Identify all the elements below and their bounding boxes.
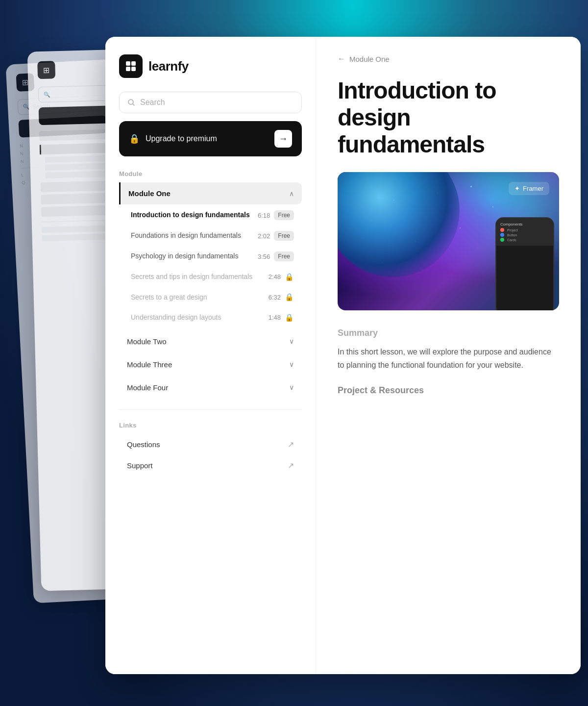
lesson-badge-1: Free (274, 231, 294, 241)
course-thumbnail: ✦ Framer Components Project Button (338, 172, 559, 311)
module-item-two[interactable]: Module Two ∨ (119, 330, 302, 353)
lesson-title-3: Secrets and tips in design fundamentals (131, 272, 269, 282)
back-arrow-icon: ← (338, 54, 345, 63)
lesson-duration-1: 2:02 (258, 232, 270, 240)
search-placeholder: Search (140, 98, 165, 107)
support-external-icon: ↗ (288, 461, 294, 470)
phone-mockup: Components Project Button Cards (495, 217, 554, 310)
back-label: Module One (349, 55, 390, 63)
module-three-chevron: ∨ (289, 360, 294, 368)
course-title: Introduction todesign fundamentals (338, 77, 559, 158)
upgrade-banner[interactable]: 🔒 Upgrade to premium → (119, 121, 302, 156)
framer-tag-text: Framer (523, 185, 543, 192)
framer-tag: ✦ Framer (509, 182, 549, 195)
lesson-meta-2: 3:56 Free (258, 252, 294, 261)
module-two-chevron: ∨ (289, 337, 294, 345)
app-logo-icon (119, 54, 143, 78)
questions-label: Questions (127, 440, 160, 449)
questions-external-icon: ↗ (288, 440, 294, 449)
lesson-meta-4: 6:32 🔒 (269, 293, 294, 302)
lesson-title-1: Foundations in design fundamentals (131, 231, 258, 241)
module-section-label: Module (119, 170, 302, 177)
lesson-badge-2: Free (274, 252, 294, 261)
svg-rect-3 (131, 67, 136, 71)
lesson-badge-0: Free (274, 210, 294, 220)
summary-text: In this short lesson, we will explore th… (338, 345, 559, 372)
svg-rect-0 (126, 61, 130, 66)
module-item-three[interactable]: Module Three ∨ (119, 353, 302, 376)
lesson-item-1[interactable]: Foundations in design fundamentals 2:02 … (119, 226, 302, 246)
lesson-item-4[interactable]: Secrets to a great design 6:32 🔒 (119, 288, 302, 307)
links-section: Links Questions ↗ Support ↗ (119, 422, 302, 476)
lesson-title-0: Introduction to design fundamentals (131, 210, 258, 220)
lock-upgrade-icon: 🔒 (129, 133, 140, 144)
svg-line-5 (133, 104, 134, 105)
module-one-label: Module One (128, 189, 171, 198)
svg-rect-1 (131, 61, 136, 66)
svg-rect-2 (126, 67, 130, 71)
lesson-meta-1: 2:02 Free (258, 231, 294, 241)
summary-heading: Summary (338, 328, 559, 338)
lesson-title-2: Psychology in design fundamentals (131, 252, 258, 261)
lock-icon-3: 🔒 (285, 273, 294, 281)
module-two-label: Module Two (127, 337, 167, 346)
questions-link[interactable]: Questions ↗ (119, 434, 302, 455)
lesson-duration-0: 6:18 (258, 212, 270, 219)
mini-logo-icon-2: ⊞ (37, 61, 55, 79)
content-panel: ← Module One Introduction todesign funda… (316, 37, 581, 674)
lock-icon-4: 🔒 (285, 293, 294, 302)
sidebar-divider (119, 409, 302, 410)
lesson-title-5: Understanding design layouts (131, 313, 269, 323)
lesson-duration-2: 3:56 (258, 253, 270, 260)
module-four-chevron: ∨ (289, 383, 294, 391)
lock-icon-5: 🔒 (285, 313, 294, 322)
lesson-item-5[interactable]: Understanding design layouts 1:48 🔒 (119, 308, 302, 328)
module-four-label: Module Four (127, 383, 168, 392)
lesson-duration-3: 2:48 (269, 273, 281, 280)
lesson-title-4: Secrets to a great design (131, 293, 269, 303)
module-item-one[interactable]: Module One ∧ (119, 182, 302, 204)
back-navigation[interactable]: ← Module One (338, 54, 559, 63)
sidebar: learnfy Search 🔒 Upgrade to premium → Mo… (105, 37, 316, 674)
module-item-four[interactable]: Module Four ∨ (119, 377, 302, 399)
lesson-duration-4: 6:32 (269, 294, 281, 301)
module-one-chevron: ∧ (289, 190, 294, 198)
app-logo-text: learnfy (148, 59, 189, 74)
upgrade-arrow-button[interactable]: → (274, 130, 292, 148)
lesson-meta-5: 1:48 🔒 (269, 313, 294, 322)
support-link[interactable]: Support ↗ (119, 455, 302, 476)
lesson-item-0[interactable]: Introduction to design fundamentals 6:18… (119, 205, 302, 225)
lesson-list: Introduction to design fundamentals 6:18… (119, 205, 302, 328)
phone-header: Components Project Button Cards (496, 218, 553, 246)
upgrade-text: Upgrade to premium (146, 134, 217, 143)
module-three-label: Module Three (127, 360, 172, 369)
search-bar[interactable]: Search (119, 92, 302, 113)
logo-area: learnfy (119, 54, 302, 78)
search-icon (127, 99, 135, 106)
framer-tag-icon: ✦ (514, 185, 520, 192)
main-panel: learnfy Search 🔒 Upgrade to premium → Mo… (105, 37, 581, 674)
lesson-duration-5: 1:48 (269, 314, 281, 321)
lesson-meta-3: 2:48 🔒 (269, 273, 294, 281)
lesson-item-2[interactable]: Psychology in design fundamentals 3:56 F… (119, 247, 302, 266)
lesson-item-3[interactable]: Secrets and tips in design fundamentals … (119, 267, 302, 287)
lesson-meta-0: 6:18 Free (258, 210, 294, 220)
links-section-label: Links (119, 422, 302, 429)
resources-heading: Project & Resources (338, 385, 559, 396)
upgrade-left: 🔒 Upgrade to premium (129, 133, 217, 144)
support-label: Support (127, 461, 153, 470)
